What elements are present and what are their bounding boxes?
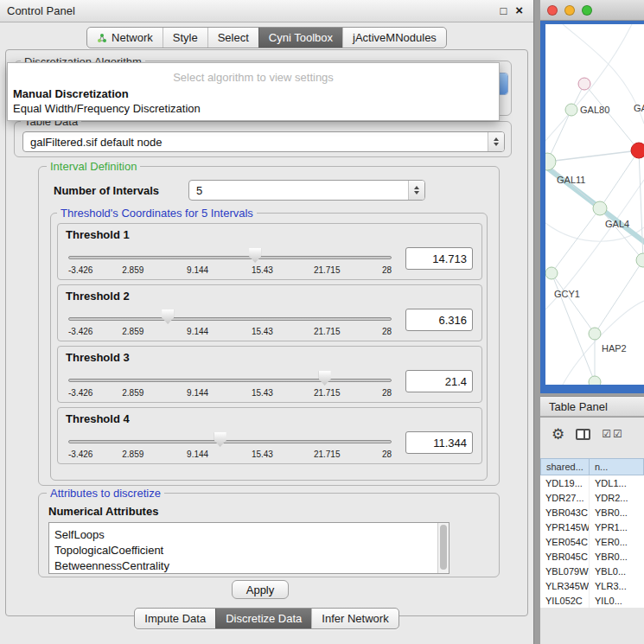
table-cell: YBL0...	[590, 564, 644, 578]
network-node[interactable]	[593, 201, 607, 215]
zoom-traffic-light-icon[interactable]	[582, 5, 592, 16]
table-row[interactable]: YIL052CYIL0...	[540, 593, 644, 608]
threshold-value-field[interactable]	[405, 309, 473, 331]
scale-tick-label: 15.43	[252, 450, 273, 459]
network-edge[interactable]	[600, 150, 639, 208]
tab-discretize-data[interactable]: Discretize Data	[215, 609, 311, 628]
tab-network[interactable]: Network	[87, 28, 163, 48]
table-row[interactable]: YPR145WYPR1...	[540, 520, 644, 534]
threshold-value-field[interactable]	[405, 431, 473, 454]
slider-thumb[interactable]	[249, 248, 261, 263]
screen: Control Panel □ × NetworkStyleSelectCyni…	[0, 0, 644, 644]
close-traffic-light-icon[interactable]	[547, 5, 558, 16]
attribute-list-item[interactable]: BetweennessCentrality	[49, 558, 449, 574]
top-tab-bar: NetworkStyleSelectCyni ToolboxjActiveMNo…	[86, 27, 447, 48]
minimize-traffic-light-icon[interactable]	[564, 5, 575, 16]
tab-select[interactable]: Select	[207, 28, 258, 48]
threshold-slider[interactable]: -3.4262.8599.14415.4321.71528	[67, 430, 393, 461]
gear-icon[interactable]: ⚙	[552, 427, 564, 442]
slider-track[interactable]	[68, 317, 392, 321]
tab-infer-network[interactable]: Infer Network	[311, 609, 398, 628]
scale-tick-label: 21.715	[314, 265, 341, 275]
select-columns-icon[interactable]: ☑☑	[602, 428, 624, 440]
table-row[interactable]: YER054CYER0...	[540, 534, 644, 549]
close-icon[interactable]: ×	[515, 4, 523, 17]
table-header-row: shared... n...	[540, 458, 644, 475]
table-data-combobox[interactable]: galFiltered.sif default node	[22, 131, 505, 152]
threshold-panel: Threshold 2-3.4262.8599.14415.4321.71528	[57, 284, 482, 341]
node-label: GCY1	[554, 289, 580, 299]
table-row[interactable]: YBL079WYBL0...	[540, 564, 644, 578]
network-node[interactable]	[545, 267, 558, 279]
tab-style[interactable]: Style	[163, 28, 207, 48]
scale-tick-label: 2.859	[122, 388, 143, 398]
scale-tick-label: 15.43	[252, 327, 273, 336]
threshold-slider[interactable]: -3.4262.8599.14415.4321.71528	[67, 307, 393, 338]
network-icon	[97, 33, 107, 43]
attribute-list-item[interactable]: SelfLoops	[49, 527, 449, 543]
network-edge[interactable]	[639, 150, 643, 260]
threshold-slider[interactable]: -3.4262.8599.14415.4321.71528	[67, 245, 393, 277]
network-node[interactable]	[636, 253, 644, 267]
table-panel-header: Table Panel	[540, 396, 644, 417]
node-label: GA	[634, 103, 644, 113]
tab-impute-data[interactable]: Impute Data	[135, 609, 215, 628]
column-header-shared-name[interactable]: shared...	[540, 458, 590, 475]
apply-button[interactable]: Apply	[232, 580, 289, 599]
threshold-value-field[interactable]	[405, 247, 473, 270]
node-table: shared... n... YDL19...YDL1...YDR27...YD…	[540, 458, 644, 608]
table-row[interactable]: YDL19...YDL1...	[540, 475, 644, 490]
table-row[interactable]: YDR27...YDR2...	[540, 490, 644, 505]
network-node[interactable]	[589, 328, 601, 340]
network-node[interactable]	[545, 153, 556, 170]
table-cell: YLR345W	[540, 578, 590, 593]
network-node[interactable]	[631, 143, 644, 158]
slider-thumb[interactable]	[214, 432, 226, 447]
table-cell: YDR27...	[540, 490, 590, 505]
table-cell: YDL19...	[540, 475, 590, 490]
tab-cyni-toolbox[interactable]: Cyni Toolbox	[258, 28, 342, 48]
network-edge[interactable]	[595, 260, 643, 334]
table-row[interactable]: YLR345WYLR3...	[540, 578, 644, 593]
network-node[interactable]	[589, 376, 601, 385]
table-cell: YDR2...	[590, 490, 644, 505]
column-header-name[interactable]: n...	[590, 458, 644, 475]
threshold-label: Threshold 3	[66, 351, 130, 364]
slider-thumb[interactable]	[162, 309, 174, 324]
network-edge[interactable]	[552, 273, 595, 334]
network-node[interactable]	[578, 78, 590, 90]
slider-scale: -3.4262.8599.14415.4321.71528	[68, 327, 392, 337]
network-canvas-svg[interactable]: GAL80GAGAL11GAL4GCY1HAP2	[545, 24, 644, 385]
slider-track[interactable]	[68, 256, 392, 259]
combobox-stepper-icon[interactable]	[488, 132, 504, 151]
attribute-list-item[interactable]: TopologicalCoefficient	[49, 543, 449, 558]
network-edge[interactable]	[547, 164, 600, 208]
combobox-stepper-icon[interactable]	[408, 181, 424, 200]
list-scrollbar[interactable]	[437, 523, 449, 573]
table-row[interactable]: YBR043CYBR0...	[540, 505, 644, 520]
attributes-listbox[interactable]: SelfLoopsTopologicalCoefficientBetweenne…	[48, 522, 450, 574]
node-label: GAL80	[580, 105, 609, 115]
float-window-icon[interactable]: □	[500, 4, 507, 17]
dropdown-option[interactable]: Equal Width/Frequency Discretization	[8, 101, 499, 116]
network-edge[interactable]	[547, 150, 639, 162]
scale-tick-label: 9.144	[187, 327, 208, 336]
columns-icon[interactable]	[576, 429, 590, 440]
slider-track[interactable]	[68, 440, 392, 443]
slider-track[interactable]	[68, 379, 392, 382]
dropdown-option[interactable]: Manual Discretization	[8, 86, 499, 101]
table-row[interactable]: YBR045CYBR0...	[540, 549, 644, 564]
slider-thumb[interactable]	[319, 371, 331, 386]
number-of-intervals-combobox[interactable]: 5	[188, 180, 425, 201]
network-frame: GAL80GAGAL11GAL4GCY1HAP2	[540, 21, 644, 393]
table-data-combobox-value: galFiltered.sif default node	[23, 136, 488, 149]
threshold-value-field[interactable]	[405, 370, 473, 392]
table-cell: YBR0...	[590, 549, 644, 564]
tab-jactivemnodules[interactable]: jActiveMNodules	[342, 28, 446, 48]
algorithm-dropdown-popup: Select algorithm to view settings Manual…	[7, 62, 500, 121]
network-node[interactable]	[565, 104, 577, 116]
threshold-slider[interactable]: -3.4262.8599.14415.4321.71528	[67, 368, 393, 399]
scale-tick-label: -3.426	[68, 450, 92, 459]
scrollbar-thumb[interactable]	[440, 525, 447, 570]
network-canvas[interactable]: GAL80GAGAL11GAL4GCY1HAP2	[545, 24, 644, 385]
